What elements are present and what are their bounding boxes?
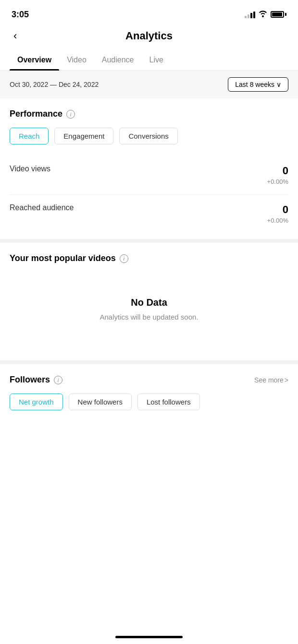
- popular-videos-title: Your most popular videos i: [10, 253, 288, 263]
- performance-filter-chips: Reach Engagement Conversions: [10, 128, 288, 144]
- date-filter-button[interactable]: Last 8 weeks ∨: [228, 77, 288, 92]
- chip-engagement[interactable]: Engagement: [54, 128, 113, 144]
- metric-reached-audience-label: Reached audience: [10, 203, 74, 212]
- metric-reached-audience-value-block: 0 +0.00%: [267, 203, 288, 225]
- battery-icon: [271, 11, 286, 18]
- metric-video-views: Video views 0 +0.00%: [10, 156, 288, 195]
- metric-reached-audience: Reached audience 0 +0.00%: [10, 195, 288, 233]
- chip-reach[interactable]: Reach: [10, 128, 49, 144]
- followers-header: Followers i See more >: [10, 375, 288, 385]
- metric-reached-audience-value: 0: [267, 203, 288, 216]
- wifi-icon: [258, 10, 268, 19]
- followers-filter-chips: Net growth New followers Lost followers: [10, 394, 288, 410]
- home-indicator: [115, 636, 183, 638]
- followers-section: Followers i See more > Net growth New fo…: [0, 364, 298, 429]
- section-divider-2: [0, 360, 298, 364]
- no-data-subtitle: Analytics will be updated soon.: [10, 313, 288, 321]
- see-more-link[interactable]: See more >: [254, 376, 288, 384]
- status-icons: [245, 10, 286, 19]
- date-range-text: Oct 30, 2022 — Dec 24, 2022: [10, 81, 99, 88]
- metric-video-views-value-block: 0 +0.00%: [267, 165, 288, 186]
- performance-title: Performance i: [10, 109, 288, 119]
- metric-reached-audience-change: +0.00%: [267, 217, 288, 224]
- popular-videos-info-icon[interactable]: i: [120, 254, 128, 263]
- metric-video-views-value: 0: [267, 165, 288, 177]
- status-time: 3:05: [12, 10, 29, 20]
- date-bar: Oct 30, 2022 — Dec 24, 2022 Last 8 weeks…: [0, 71, 298, 98]
- no-data-title: No Data: [10, 297, 288, 308]
- section-divider-1: [0, 239, 298, 243]
- tab-overview[interactable]: Overview: [10, 50, 59, 70]
- tab-video[interactable]: Video: [59, 50, 94, 70]
- signal-icon: [245, 11, 255, 18]
- no-data-block: No Data Analytics will be updated soon.: [10, 292, 288, 350]
- back-button[interactable]: ‹: [10, 28, 21, 44]
- metric-video-views-label: Video views: [10, 165, 50, 173]
- followers-title: Followers i: [10, 375, 62, 385]
- header: ‹ Analytics: [0, 26, 298, 50]
- metric-video-views-change: +0.00%: [267, 178, 288, 185]
- popular-videos-section: Your most popular videos i No Data Analy…: [0, 243, 298, 360]
- status-bar: 3:05: [0, 0, 298, 26]
- chip-lost-followers[interactable]: Lost followers: [137, 394, 200, 410]
- chevron-down-icon: ∨: [276, 81, 281, 88]
- chip-net-growth[interactable]: Net growth: [10, 394, 63, 410]
- date-filter-label: Last 8 weeks: [235, 81, 274, 88]
- tabs-bar: Overview Video Audience Live: [0, 50, 298, 71]
- see-more-label: See more: [254, 376, 284, 384]
- chevron-right-icon: >: [285, 376, 288, 384]
- tab-live[interactable]: Live: [142, 50, 171, 70]
- chip-new-followers[interactable]: New followers: [69, 394, 132, 410]
- followers-info-icon[interactable]: i: [54, 376, 62, 384]
- tab-audience[interactable]: Audience: [94, 50, 142, 70]
- chip-conversions[interactable]: Conversions: [119, 128, 177, 144]
- page-title: Analytics: [125, 30, 173, 42]
- performance-section: Performance i Reach Engagement Conversio…: [0, 98, 298, 239]
- performance-info-icon[interactable]: i: [66, 110, 75, 119]
